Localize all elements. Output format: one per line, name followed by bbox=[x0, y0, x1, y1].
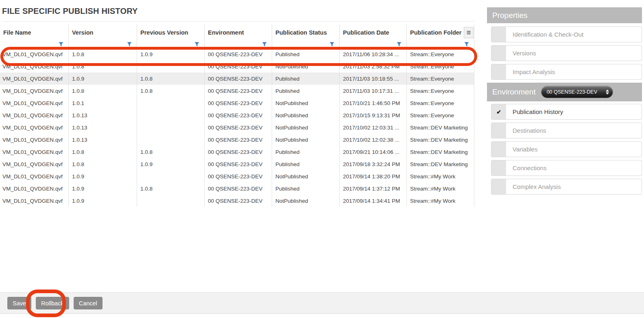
cell-publication-date: 2017/10/21 1:46:50 PM bbox=[339, 97, 406, 109]
checkbox[interactable] bbox=[491, 123, 506, 138]
table-row[interactable]: VM_DL01_QVDGEN.qvf 1.0.13 00 QSENSE-223-… bbox=[0, 121, 474, 134]
cell-publication-folder: Stream::DEV Marketing bbox=[406, 146, 474, 158]
table-row[interactable]: VM_DL01_QVDGEN.qvf 1.0.9 00 QSENSE-223-D… bbox=[0, 195, 474, 207]
column-header-publication-date[interactable]: Publication Date bbox=[339, 24, 406, 48]
cell-file-name: VM_DL01_QVDGEN.qvf bbox=[0, 182, 68, 195]
table-row[interactable]: VM_DL01_QVDGEN.qvf 1.0.9 1.0.8 00 QSENSE… bbox=[0, 182, 474, 195]
sidebar: Properties Identification & Check-Out Ve… bbox=[487, 7, 642, 197]
filter-icon[interactable] bbox=[464, 41, 469, 46]
cell-publication-status: NotPublished bbox=[272, 195, 339, 207]
title-block: FILE SPECIFIC PUBLISH HISTORY bbox=[2, 7, 474, 22]
table-row[interactable]: VM_DL01_QVDGEN.qvf 1.0.8 1.0.8 00 QSENSE… bbox=[0, 85, 474, 97]
cell-file-name: VM_DL01_QVDGEN.qvf bbox=[0, 72, 68, 85]
cell-publication-status: NotPublished bbox=[272, 134, 339, 146]
table-row[interactable]: VM_DL01_QVDGEN.qvf 1.0.13 00 QSENSE-223-… bbox=[0, 134, 474, 146]
cell-file-name: VM_DL01_QVDGEN.qvf bbox=[0, 48, 68, 60]
cell-previous-version: 1.0.9 bbox=[137, 48, 204, 60]
cell-previous-version bbox=[137, 60, 204, 72]
table-row[interactable]: VM_DL01_QVDGEN.qvf 1.0.8 00 QSENSE-223-D… bbox=[0, 60, 474, 72]
sidebar-item-destinations[interactable]: Destinations bbox=[491, 123, 642, 138]
cell-environment: 00 QSENSE-223-DEV bbox=[204, 60, 272, 72]
cell-environment: 00 QSENSE-223-DEV bbox=[204, 170, 272, 182]
cell-previous-version: 1.0.9 bbox=[137, 158, 204, 170]
column-menu-button[interactable]: ≡ bbox=[464, 27, 474, 38]
cell-publication-folder: Stream::Everyone bbox=[406, 48, 474, 60]
cancel-button[interactable]: Cancel bbox=[74, 297, 103, 309]
table-row[interactable]: VM_DL01_QVDGEN.qvf 1.0.8 1.0.9 00 QSENSE… bbox=[0, 158, 474, 170]
cell-publication-date: 2017/11/06 10:28:34 ... bbox=[339, 48, 406, 60]
cell-version: 1.0.13 bbox=[68, 109, 137, 121]
cell-file-name: VM_DL01_QVDGEN.qvf bbox=[0, 134, 68, 146]
cell-previous-version: 1.0.8 bbox=[137, 182, 204, 195]
cell-file-name: VM_DL01_QVDGEN.qvf bbox=[0, 146, 68, 158]
cell-publication-date: 2017/09/14 1:38:20 PM bbox=[339, 170, 406, 182]
table-row[interactable]: VM_DL01_QVDGEN.qvf 1.0.1 00 QSENSE-223-D… bbox=[0, 97, 474, 109]
rollback-button[interactable]: Rollback bbox=[36, 297, 69, 309]
cell-environment: 00 QSENSE-223-DEV bbox=[204, 195, 272, 207]
page-title: FILE SPECIFIC PUBLISH HISTORY bbox=[2, 7, 138, 15]
cell-publication-folder: Stream::DEV Marketing bbox=[406, 158, 474, 170]
cell-publication-status: Published bbox=[272, 182, 339, 195]
cell-previous-version bbox=[137, 121, 204, 134]
column-header-file-name[interactable]: File Name bbox=[0, 24, 68, 48]
cell-publication-status: NotPublished bbox=[272, 121, 339, 134]
filter-icon[interactable] bbox=[194, 41, 199, 46]
sidebar-item-label: Destinations bbox=[506, 123, 546, 138]
cell-publication-folder: Stream::Everyone bbox=[406, 109, 474, 121]
table-row[interactable]: VM_DL01_QVDGEN.qvf 1.0.9 00 QSENSE-223-D… bbox=[0, 170, 474, 182]
column-header-environment[interactable]: Environment bbox=[204, 24, 272, 48]
cell-publication-date: 2017/09/18 3:32:24 PM bbox=[339, 158, 406, 170]
cell-version: 1.0.8 bbox=[68, 146, 137, 158]
cell-previous-version: 1.0.8 bbox=[137, 72, 204, 85]
filter-icon[interactable] bbox=[330, 41, 334, 46]
sidebar-item-label: Connections bbox=[506, 160, 546, 175]
sidebar-item-versions[interactable]: Versions bbox=[491, 45, 642, 61]
checkbox[interactable] bbox=[491, 160, 506, 175]
cell-previous-version bbox=[137, 195, 204, 207]
cell-publication-status: NotPublished bbox=[272, 60, 339, 72]
cell-file-name: VM_DL01_QVDGEN.qvf bbox=[0, 195, 68, 207]
filter-icon[interactable] bbox=[127, 41, 132, 46]
checkbox-checked[interactable]: ✔ bbox=[491, 104, 506, 119]
table-row[interactable]: VM_DL01_QVDGEN.qvf 1.0.9 1.0.8 00 QSENSE… bbox=[0, 72, 474, 85]
up-down-arrows-icon bbox=[606, 90, 609, 94]
sidebar-item-connections[interactable]: Connections bbox=[491, 160, 642, 176]
cell-publication-date: 2017/09/14 1:34:41 PM bbox=[339, 195, 406, 207]
save-button[interactable]: Save bbox=[7, 297, 31, 309]
sidebar-item-publication-history[interactable]: ✔ Publication History bbox=[491, 104, 642, 120]
filter-icon[interactable] bbox=[59, 41, 63, 46]
column-header-version[interactable]: Version bbox=[68, 24, 137, 48]
cell-publication-date: 2017/10/15 9:13:31 PM bbox=[339, 109, 406, 121]
filter-icon[interactable] bbox=[262, 41, 267, 46]
cell-file-name: VM_DL01_QVDGEN.qvf bbox=[0, 109, 68, 121]
cell-file-name: VM_DL01_QVDGEN.qvf bbox=[0, 85, 68, 97]
checkbox[interactable] bbox=[491, 179, 506, 194]
column-header-previous-version[interactable]: Previous Version bbox=[137, 24, 204, 48]
cell-version: 1.0.9 bbox=[68, 182, 137, 195]
table-row[interactable]: VM_DL01_QVDGEN.qvf 1.0.8 1.0.8 00 QSENSE… bbox=[0, 146, 474, 158]
cell-publication-folder: Stream::#My Work bbox=[406, 195, 474, 207]
cell-file-name: VM_DL01_QVDGEN.qvf bbox=[0, 60, 68, 72]
cell-version: 1.0.9 bbox=[68, 195, 137, 207]
checkbox[interactable] bbox=[491, 46, 506, 61]
sidebar-item-complex-analysis[interactable]: Complex Analysis bbox=[491, 179, 642, 195]
sidebar-item-identification-check-out[interactable]: Identification & Check-Out bbox=[491, 26, 642, 42]
cell-version: 1.0.13 bbox=[68, 134, 137, 146]
cell-publication-folder: Stream::#My Work bbox=[406, 170, 474, 182]
environment-section-list: ✔ Publication History Destinations Varia… bbox=[487, 104, 642, 195]
environment-select[interactable]: 00 QSENSE-223-DEV bbox=[541, 86, 613, 98]
cell-environment: 00 QSENSE-223-DEV bbox=[204, 134, 272, 146]
column-header-publication-status[interactable]: Publication Status bbox=[272, 24, 339, 48]
cell-publication-status: NotPublished bbox=[272, 97, 339, 109]
cell-previous-version: 1.0.8 bbox=[137, 146, 204, 158]
sidebar-item-variables[interactable]: Variables bbox=[491, 141, 642, 157]
filter-icon[interactable] bbox=[397, 41, 402, 46]
checkbox[interactable] bbox=[491, 142, 506, 157]
column-header-publication-folder[interactable]: Publication Folder ≡ bbox=[406, 24, 474, 48]
checkbox[interactable] bbox=[491, 64, 506, 79]
sidebar-item-impact-analysis[interactable]: Impact Analysis bbox=[491, 64, 642, 80]
checkbox[interactable] bbox=[491, 27, 506, 42]
cell-file-name: VM_DL01_QVDGEN.qvf bbox=[0, 158, 68, 170]
table-row[interactable]: VM_DL01_QVDGEN.qvf 1.0.13 00 QSENSE-223-… bbox=[0, 109, 474, 121]
table-row[interactable]: VM_DL01_QVDGEN.qvf 1.0.8 1.0.9 00 QSENSE… bbox=[0, 48, 474, 60]
